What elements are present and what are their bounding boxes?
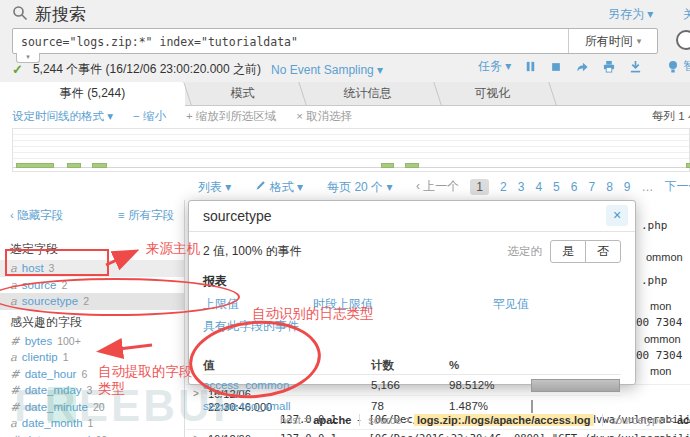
col-count: 计数 — [371, 358, 449, 373]
format-timeline-dropdown[interactable]: 设定时间线的格式 ▾ — [12, 109, 113, 124]
print-icon[interactable] — [602, 60, 616, 73]
top-values-by-time-link[interactable]: 时段上限值 — [313, 296, 493, 313]
page-1[interactable]: 1 — [470, 179, 489, 195]
col-value: 值 — [203, 358, 371, 373]
timeline-bar[interactable] — [686, 163, 690, 168]
event-fragment: 00 7304 — [636, 349, 682, 362]
selected-no-button[interactable]: 否 — [585, 240, 621, 263]
event-expander[interactable]: > — [193, 433, 199, 437]
field-summary: 2 值, 100% 的事件 — [203, 243, 302, 260]
event-fragment: mon — [650, 365, 671, 377]
timeline-baseline — [13, 167, 689, 168]
value-table: 值 计数 % access_common 5,166 98.512% secur… — [203, 356, 621, 416]
reports-header: 报表 — [203, 273, 621, 290]
table-row: access_common 5,166 98.512% — [203, 374, 621, 395]
rare-values-link[interactable]: 罕见值 — [493, 296, 529, 313]
tab-statistics[interactable]: 统计信息 — [300, 82, 435, 105]
field-host[interactable]: ahost3 — [0, 260, 184, 277]
field-clientip[interactable]: aclientip1 — [0, 349, 184, 366]
sourcetype-value[interactable]: access_common — [677, 414, 690, 426]
close-icon[interactable]: × — [606, 205, 628, 226]
hide-fields-button[interactable]: ‹ 隐藏字段 — [10, 208, 63, 223]
top-values-link[interactable]: 上限值 — [203, 296, 313, 313]
page-6[interactable]: 6 — [571, 180, 578, 194]
page-8[interactable]: 8 — [606, 180, 613, 194]
field-sourcetype[interactable]: asourcetype2 — [0, 293, 184, 310]
event-fragment: ommon — [644, 333, 681, 345]
tab-visualization[interactable]: 可视化 — [435, 82, 550, 105]
field-type: a — [10, 278, 17, 292]
field-date-month[interactable]: adate_month1 — [0, 415, 184, 432]
pause-icon[interactable] — [524, 60, 537, 73]
result-count: 5,244 个事件 (16/12/06 23:00:20.000 之前) — [33, 61, 261, 78]
event-timeline-chart[interactable] — [12, 128, 690, 172]
event-fragment: mon — [650, 300, 671, 312]
fields-sidebar: ‹ 隐藏字段 ≡ 所有字段 选定字段 ahost3 asource2 asour… — [0, 200, 185, 437]
event-fragment: 00 7304 — [636, 316, 682, 329]
interesting-fields-header: 感兴趣的字段 — [0, 310, 184, 333]
event-fragment: .php — [641, 219, 668, 232]
page-4[interactable]: 4 — [535, 180, 542, 194]
stop-icon[interactable] — [550, 61, 562, 73]
all-fields-button[interactable]: ≡ 所有字段 — [118, 208, 174, 223]
next-page-button[interactable]: 下一个 › — [665, 178, 690, 195]
page-2[interactable]: 2 — [500, 180, 507, 194]
close-button[interactable]: 关闭 — [683, 6, 690, 23]
timeline-bar[interactable] — [16, 163, 54, 168]
smart-mode-toggle[interactable]: 智能模式 — [683, 58, 690, 75]
per-page-dropdown[interactable]: 每页 20 个 ▾ — [327, 179, 392, 196]
list-controls: 列表 ▾ 格式 ▾ 每页 20 个 ▾ ‹ 上一个 1 2 3 4 5 6 7 … — [0, 172, 690, 201]
timeline-scale-label: 每列 1 小时 — [652, 109, 690, 124]
download-icon[interactable] — [629, 60, 642, 73]
list-view-dropdown[interactable]: 列表 ▾ — [198, 179, 231, 196]
field-date-minute[interactable]: #date_minute20 — [0, 399, 184, 416]
col-percent: % — [449, 359, 531, 371]
deselect-button[interactable]: × 取消选择 — [296, 109, 352, 124]
timeline-bar[interactable] — [381, 163, 394, 168]
event-row-partial: > 16/12/06 127.0.0.1 - - [06/Dec/2016:22… — [186, 429, 690, 430]
page-title: 新搜索 — [35, 3, 86, 26]
percent-bar — [531, 400, 533, 413]
time-range-picker[interactable]: 所有时间▾ — [568, 29, 657, 53]
value-link[interactable]: secure-too_small — [203, 400, 371, 412]
pagination: ‹ 上一个 1 2 3 4 5 6 7 8 9 … 下一个 › — [416, 178, 690, 195]
modal-header: sourcetype × — [189, 201, 635, 232]
tab-events[interactable]: 事件 (5,244) — [0, 82, 185, 106]
field-date-hour[interactable]: #date_hour6 — [0, 366, 184, 383]
timeline-bar[interactable] — [67, 163, 81, 168]
format-dropdown[interactable]: 格式 ▾ — [255, 179, 303, 196]
prev-page-button[interactable]: ‹ 上一个 — [416, 178, 459, 195]
table-row: secure-too_small 78 1.487% — [203, 395, 621, 416]
job-dropdown[interactable]: 任务 ▾ — [478, 58, 511, 75]
events-with-field-link[interactable]: 具有此字段的事件 — [203, 319, 299, 333]
results-tabbar: 事件 (5,244) 模式 统计信息 可视化 — [0, 82, 690, 106]
selected-fields-header: 选定字段 — [0, 237, 184, 260]
tab-patterns[interactable]: 模式 — [185, 82, 300, 105]
check-icon: ✓ — [12, 62, 23, 77]
timeline-bar[interactable] — [92, 163, 107, 168]
field-date-mday[interactable]: #date_mday3 — [0, 382, 184, 399]
selected-yes-button[interactable]: 是 — [550, 240, 586, 263]
field-bytes[interactable]: #bytes100+ — [0, 333, 184, 350]
search-submit-button[interactable] — [676, 30, 690, 50]
field-type: a — [10, 261, 17, 275]
event-fragment: .php — [641, 274, 668, 287]
share-icon[interactable] — [575, 60, 589, 73]
zoom-out-button[interactable]: − 缩小 — [133, 109, 166, 124]
page-9[interactable]: 9 — [624, 180, 631, 194]
page-3[interactable]: 3 — [518, 180, 525, 194]
pencil-icon — [255, 180, 266, 194]
page-7[interactable]: 7 — [588, 180, 595, 194]
field-date-second[interactable]: #date_second60 — [0, 432, 184, 437]
search-input[interactable]: source="logs.zip:*" index="tutorialdata" — [13, 29, 568, 53]
zoom-selection-button[interactable]: + 缩放到所选区域 — [186, 109, 276, 124]
event-sampling-dropdown[interactable]: No Event Sampling ▾ — [271, 63, 383, 77]
page-5[interactable]: 5 — [553, 180, 560, 194]
value-link[interactable]: access_common — [203, 379, 371, 391]
save-as-button[interactable]: 另存为 ▾ — [608, 6, 653, 23]
percent-bar — [531, 379, 620, 392]
field-detail-modal: sourcetype × 2 值, 100% 的事件 选定的 是 否 报表 上限… — [188, 200, 636, 385]
timeline-bar[interactable] — [405, 163, 419, 168]
selected-label: 选定的 — [508, 244, 543, 259]
field-source[interactable]: asource2 — [0, 277, 184, 294]
